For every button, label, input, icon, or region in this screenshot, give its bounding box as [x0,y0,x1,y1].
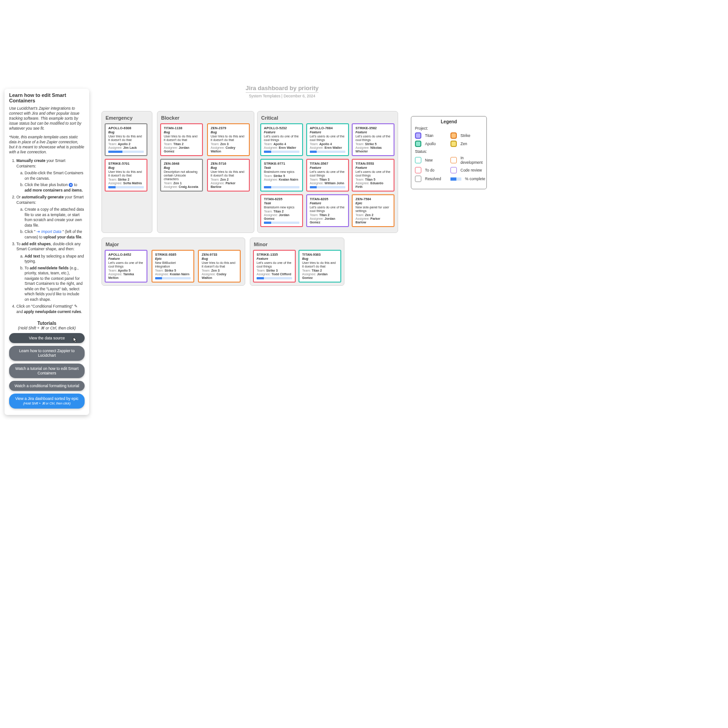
connect-zapier-button[interactable]: Learn how to connect Zappier to Lucidcha… [9,346,85,360]
status-name: Resolved [425,177,448,181]
issue-card[interactable]: APOLLO-5232FeatureLet's users do one of … [260,123,303,156]
issue-team: Team: Zen 2 [355,213,391,217]
issue-type: Bug [211,166,246,170]
issue-summary: Let's users do one of the cool things [108,261,144,268]
issue-assignee: Assignee: Sofia Mathis [108,182,144,185]
issue-type: Feature [355,166,391,170]
issue-assignee: Assignee: Tamika Melton [108,273,144,280]
issue-card[interactable]: STRIKE-9771TaskBrainstorm new epicsTeam:… [260,159,303,192]
project-swatch-apollo [415,141,421,147]
issue-team: Team: Strike 2 [108,178,144,182]
progress-bar [108,186,144,188]
view-data-source-button[interactable]: View the data source [9,333,85,343]
step-3b: To add new/delete fields (e.g., priority… [25,266,85,302]
issue-team: Team: Apollo 4 [310,142,345,146]
issue-assignee: Assignee: Parker Barlow [355,217,391,224]
issue-card[interactable]: TITAN-9363BugUser tries to do this and i… [298,250,341,283]
progress-bar [310,186,345,188]
issue-card[interactable]: TITAN-5553FeatureLet's users do one of t… [352,159,394,192]
view-dashboard-by-epic-button[interactable]: View a Jira dashboard sorted by epic (Ho… [9,394,85,409]
issue-id: STRIKE-3582 [355,126,391,131]
step-3: To add edit shapes, double-click any Sma… [16,242,85,302]
cards-grid: TITAN-1138BugUser tries to do this and i… [160,123,251,192]
legend-panel: Legend Project: TitanStrikeApolloZen Sta… [411,116,487,189]
status-swatch [415,176,421,182]
issue-summary: User tries to do this and it doesn't do … [108,135,144,142]
cursor-pointer-icon [71,336,79,344]
issue-card[interactable]: ZEN-9733BugUser tries to do this and it … [198,250,241,283]
issue-card[interactable]: ZEN-2379BugUser tries to do this and it … [207,123,250,156]
issue-id: ZEN-3648 [164,162,199,166]
issue-team: Team: Zen 3 [211,142,246,146]
issue-id: STRIKE-5701 [108,162,144,166]
issue-team: Team: Strike 5 [264,174,299,178]
cards-grid: APOLLO-5232FeatureLet's users do one of … [260,123,395,227]
issue-team: Team: Titan 5 [355,178,391,182]
issue-card[interactable]: ZEN-7584EpicNew side-panel for user sett… [352,194,394,227]
issue-type: Bug [108,131,144,134]
issue-card[interactable]: TITAN-3567FeatureLet's users do one of t… [306,159,349,192]
tutorials-subtitle: (Hold Shift + ⌘ or Ctrl, then click) [9,326,85,330]
status-swatch [450,157,457,163]
priority-major[interactable]: MajorAPOLLO-8452FeatureLet's users do on… [101,238,245,286]
step-1: Manually create your Smart Containers: D… [16,158,85,193]
conditional-formatting-tutorial-button[interactable]: Watch a conditional formatting tutorial [9,381,85,391]
issue-id: ZEN-2379 [211,126,246,131]
issue-type: Bug [108,166,144,170]
status-name: In development [460,156,483,165]
step-2b: Click " ⇥ Import Data " (left of the can… [25,229,85,240]
issue-summary: User tries to do this and it doesn't do … [108,170,144,177]
issue-card[interactable]: APOLLO-8452FeatureLet's users do one of … [105,250,147,283]
issue-id: TITAN-1138 [164,126,199,131]
issue-card[interactable]: ZEN-5716BugUser tries to do this and it … [207,159,250,192]
issue-type: Feature [108,257,144,261]
issue-team: Team: Zen 3 [202,269,237,273]
progress-bar [108,151,144,153]
legend-title: Legend [415,119,483,124]
issue-card[interactable]: STRIKE-1335FeatureLet's users do one of … [253,250,296,283]
issue-card[interactable]: ZEN-3648BugDescription not allowing cert… [160,159,203,192]
issue-card[interactable]: TITAN-1138BugUser tries to do this and i… [160,123,203,156]
issue-card[interactable]: STRIKE-3582FeatureLet's users do one of … [352,123,394,156]
issue-card[interactable]: STRIKE-5701BugUser tries to do this and … [105,159,147,192]
issue-card[interactable]: APOLLO-7684FeatureLet's users do one of … [306,123,349,156]
progress-bar [310,151,345,153]
issue-team: Team: Apollo 2 [108,142,144,146]
issue-assignee: Assignee: Codey Walton [211,146,246,153]
cards-grid: STRIKE-1335FeatureLet's users do one of … [253,250,341,283]
issue-team: Team: Apollo 5 [108,269,144,273]
issue-card[interactable]: TITAN-8205FeatureLet's users do one of t… [306,194,349,227]
legend-projects: TitanStrikeApolloZen [415,132,483,147]
priority-label: Blocker [161,115,251,121]
issue-assignee: Assignee: William John [310,182,345,185]
priority-label: Minor [254,242,341,247]
issue-type: Feature [310,202,345,205]
edit-smart-containers-tutorial-button[interactable]: Watch a tutorial on how to edit Smart Co… [9,364,85,378]
steps-list: Manually create your Smart Containers: D… [9,158,85,314]
issue-card[interactable]: TITAN-6235TaskBrainstorm new epicsTeam: … [260,194,303,227]
status-name: To do [425,168,448,172]
issue-card[interactable]: STRIKE-9385EpicNew BitBucket integration… [152,250,194,283]
priority-critical[interactable]: CriticalAPOLLO-5232FeatureLet's users do… [257,111,398,233]
issue-team: Team: Strike 5 [355,142,391,146]
issue-summary: User tries to do this and it doesn't do … [211,170,246,177]
project-name: Strike [460,133,483,138]
issue-team: Team: Apollo 4 [264,142,299,146]
issue-summary: Let's users do one of the cool things [264,135,299,142]
import-data-link[interactable]: Import Data [41,229,61,234]
priority-minor[interactable]: MinorSTRIKE-1335FeatureLet's users do on… [250,238,344,286]
issue-id: STRIKE-9771 [264,162,299,166]
issue-card[interactable]: APOLLO-6308BugUser tries to do this and … [105,123,147,156]
priority-emergency[interactable]: EmergencyAPOLLO-6308BugUser tries to do … [101,111,152,233]
priority-label: Emergency [106,115,149,121]
issue-assignee: Assignee: Kealan Nairn [155,273,191,276]
issue-assignee: Assignee: Jordan Gomez [310,217,345,224]
issue-type: Bug [164,166,199,170]
status-swatch [415,167,421,173]
progress-bar [264,222,299,224]
issue-id: TITAN-3567 [310,162,345,166]
issue-id: APOLLO-6308 [108,126,144,131]
priority-blocker[interactable]: BlockerTITAN-1138BugUser tries to do thi… [157,111,254,233]
cards-grid: APOLLO-8452FeatureLet's users do one of … [105,250,242,283]
document-title-block: Jira dashboard by priority System Templa… [214,85,350,98]
